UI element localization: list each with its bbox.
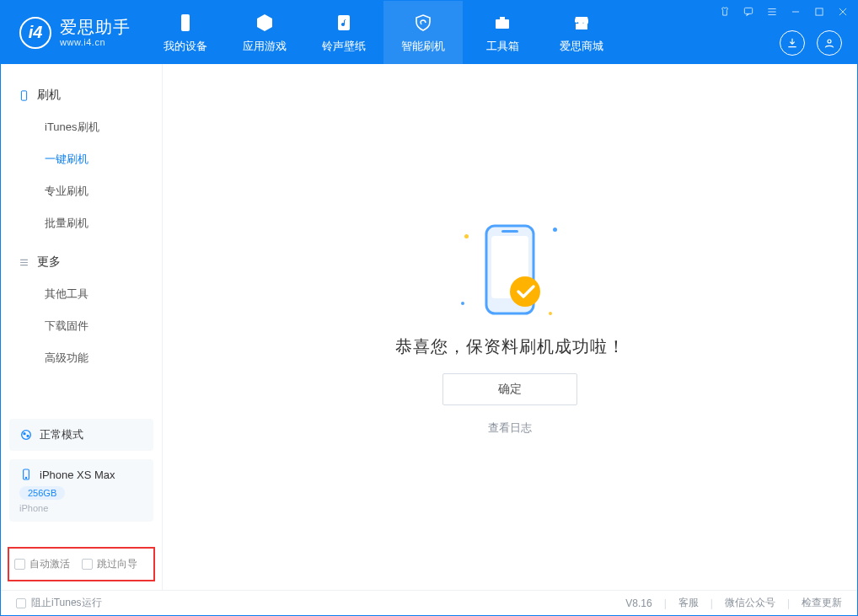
- mode-icon: [19, 428, 33, 442]
- download-icon[interactable]: [780, 30, 805, 56]
- nav-smart-flash[interactable]: 智能刷机: [383, 1, 463, 64]
- app-header: i4 爱思助手 www.i4.cn 我的设备 应用游戏 铃声壁纸 智能刷机 工具…: [1, 1, 857, 64]
- sidebar: 刷机 iTunes刷机 一键刷机 专业刷机 批量刷机 更多 其他工具 下载固件 …: [1, 64, 163, 590]
- success-illustration: [459, 219, 560, 320]
- svg-point-9: [22, 431, 31, 440]
- header-actions: [780, 30, 842, 56]
- nav-label: 铃声壁纸: [322, 39, 366, 54]
- svg-point-7: [828, 40, 831, 43]
- checkbox-icon: [16, 598, 26, 608]
- nav-apps-games[interactable]: 应用游戏: [225, 1, 304, 64]
- main-nav: 我的设备 应用游戏 铃声壁纸 智能刷机 工具箱 爱思商城: [146, 1, 621, 64]
- device-phone-icon: [19, 468, 33, 481]
- view-log-link[interactable]: 查看日志: [488, 420, 532, 436]
- svg-rect-16: [501, 230, 518, 233]
- logo-text: 爱思助手 www.i4.cn: [60, 18, 131, 48]
- svg-point-11: [27, 435, 29, 437]
- sidebar-group-header[interactable]: 更多: [1, 246, 162, 278]
- svg-rect-8: [21, 90, 26, 99]
- user-icon[interactable]: [817, 30, 842, 56]
- checkbox-icon: [82, 559, 93, 570]
- phone-outline-icon: [18, 89, 30, 102]
- checkbox-block-itunes[interactable]: 阻止iTunes运行: [16, 596, 102, 610]
- svg-point-13: [25, 477, 26, 478]
- nav-toolbox[interactable]: 工具箱: [463, 1, 542, 64]
- sidebar-group-title: 刷机: [37, 88, 61, 103]
- nav-label: 智能刷机: [401, 39, 445, 54]
- footer-right: V8.16 | 客服 | 微信公众号 | 检查更新: [625, 596, 842, 610]
- sidebar-group-title: 更多: [37, 254, 61, 270]
- sidebar-scroll: 刷机 iTunes刷机 一键刷机 专业刷机 批量刷机 更多 其他工具 下载固件 …: [1, 64, 162, 419]
- svg-rect-3: [500, 17, 505, 19]
- nav-ringtones-wallpapers[interactable]: 铃声壁纸: [304, 1, 383, 64]
- minimize-icon[interactable]: [790, 6, 802, 18]
- checkbox-label: 跳过向导: [97, 557, 137, 571]
- sidebar-item-batch-flash[interactable]: 批量刷机: [1, 207, 162, 239]
- checkbox-icon: [14, 559, 25, 570]
- svg-rect-6: [816, 8, 823, 15]
- separator: |: [711, 597, 713, 609]
- status-bar: 阻止iTunes运行 V8.16 | 客服 | 微信公众号 | 检查更新: [1, 590, 857, 615]
- device-card[interactable]: iPhone XS Max 256GB iPhone: [9, 459, 153, 522]
- feedback-icon[interactable]: [743, 6, 754, 18]
- nav-label: 工具箱: [486, 39, 519, 54]
- svg-rect-4: [576, 24, 587, 29]
- highlighted-options: 自动激活 跳过向导: [8, 547, 155, 581]
- app-subtitle: www.i4.cn: [60, 37, 131, 48]
- menu-icon[interactable]: [766, 6, 778, 18]
- checkbox-skip-wizard[interactable]: 跳过向导: [82, 557, 137, 571]
- sidebar-item-oneclick-flash[interactable]: 一键刷机: [1, 143, 162, 175]
- separator: |: [664, 597, 667, 609]
- store-icon: [571, 12, 593, 34]
- link-wechat[interactable]: 微信公众号: [725, 596, 775, 610]
- svg-point-10: [24, 433, 25, 435]
- device-capacity: 256GB: [19, 486, 65, 500]
- sidebar-item-other-tools[interactable]: 其他工具: [1, 278, 162, 310]
- svg-rect-5: [744, 8, 752, 13]
- maximize-icon[interactable]: [813, 6, 825, 18]
- app-logo-icon: i4: [19, 17, 51, 49]
- main-content: 恭喜您，保资料刷机成功啦！ 确定 查看日志: [163, 64, 857, 590]
- checkbox-auto-activate[interactable]: 自动激活: [14, 557, 70, 571]
- sidebar-group-header[interactable]: 刷机: [1, 79, 162, 111]
- svg-rect-0: [181, 14, 190, 31]
- close-icon[interactable]: [837, 6, 849, 18]
- checkbox-label: 自动激活: [29, 557, 70, 571]
- success-message: 恭喜您，保资料刷机成功啦！: [395, 335, 625, 358]
- svg-rect-2: [496, 19, 509, 29]
- sidebar-group-more: 更多 其他工具 下载固件 高级功能: [1, 246, 162, 381]
- app-body: 刷机 iTunes刷机 一键刷机 专业刷机 批量刷机 更多 其他工具 下载固件 …: [1, 64, 857, 590]
- device-type: iPhone: [19, 503, 143, 513]
- window-controls: [719, 6, 849, 18]
- link-check-update[interactable]: 检查更新: [802, 596, 842, 610]
- link-support[interactable]: 客服: [678, 596, 699, 610]
- app-title: 爱思助手: [60, 18, 131, 37]
- separator: |: [787, 597, 790, 609]
- nav-label: 我的设备: [164, 39, 207, 54]
- svg-point-17: [510, 276, 540, 307]
- list-icon: [18, 256, 30, 269]
- checkbox-label: 阻止iTunes运行: [31, 596, 102, 610]
- mode-card[interactable]: 正常模式: [9, 419, 153, 451]
- device-cards: 正常模式 iPhone XS Max 256GB iPhone: [1, 419, 162, 542]
- nav-label: 应用游戏: [243, 39, 287, 54]
- version-label: V8.16: [625, 597, 652, 609]
- ok-button[interactable]: 确定: [442, 373, 577, 405]
- sidebar-group-flash: 刷机 iTunes刷机 一键刷机 专业刷机 批量刷机: [1, 79, 162, 246]
- nav-label: 爱思商城: [560, 39, 603, 54]
- tshirt-icon[interactable]: [719, 6, 731, 18]
- cube-icon: [254, 12, 276, 34]
- sidebar-item-advanced[interactable]: 高级功能: [1, 342, 162, 374]
- nav-store[interactable]: 爱思商城: [542, 1, 621, 64]
- sidebar-item-pro-flash[interactable]: 专业刷机: [1, 175, 162, 207]
- sidebar-item-itunes-flash[interactable]: iTunes刷机: [1, 111, 162, 143]
- phone-icon: [174, 12, 196, 34]
- toolbox-icon: [491, 12, 513, 34]
- music-note-icon: [333, 12, 355, 34]
- mode-label: 正常模式: [40, 427, 83, 442]
- device-name: iPhone XS Max: [40, 469, 115, 481]
- logo-area: i4 爱思助手 www.i4.cn: [1, 1, 146, 64]
- refresh-shield-icon: [412, 12, 434, 34]
- nav-my-device[interactable]: 我的设备: [146, 1, 225, 64]
- sidebar-item-download-firmware[interactable]: 下载固件: [1, 310, 162, 342]
